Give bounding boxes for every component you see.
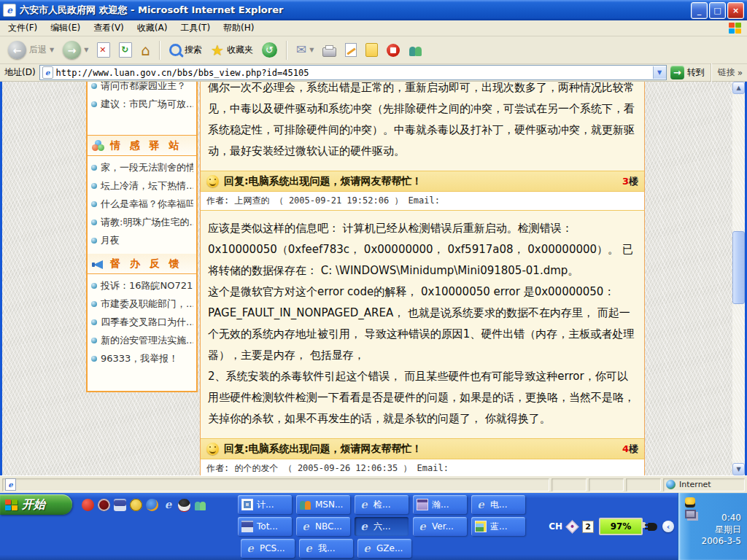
favorites-button[interactable]: ★ 收藏夹 xyxy=(209,42,255,59)
taskbar-window-button[interactable]: NBC... xyxy=(296,517,350,536)
sidebar-topic-link[interactable]: 市建委及职能部门，... xyxy=(91,295,193,313)
taskbar-button-icon xyxy=(358,499,370,510)
quick-launch-icon[interactable] xyxy=(178,499,190,511)
power-plug-icon[interactable] xyxy=(648,523,657,531)
network-tray-icon[interactable] xyxy=(685,510,696,518)
scroll-down-icon[interactable]: ▼ xyxy=(732,463,745,475)
search-button[interactable]: 搜索 xyxy=(167,42,204,58)
megaphone-icon xyxy=(92,259,104,269)
taskbar-button-icon xyxy=(300,499,311,510)
sidebar-topic-link[interactable]: 建议：市民广场可放... xyxy=(91,95,193,113)
sidebar-topic-link[interactable]: 请问市都蒙园业主？ xyxy=(91,82,193,95)
taskbar-window-button[interactable]: PCS... xyxy=(241,539,295,558)
bullet-icon xyxy=(91,238,97,244)
close-button[interactable]: × xyxy=(727,2,744,19)
maximize-button[interactable]: □ xyxy=(709,2,726,19)
menu-view[interactable]: 查看(V) xyxy=(87,20,131,36)
scroll-up-icon[interactable]: ▲ xyxy=(732,82,745,94)
sidebar-topic-link[interactable]: 坛上冷清，坛下热情... xyxy=(91,176,193,195)
messenger-button[interactable] xyxy=(406,43,425,58)
tray-badge-icon[interactable]: 2 xyxy=(582,521,594,533)
taskbar-button-icon xyxy=(244,542,256,554)
taskbar-row-1: 计... MSN... 检... 瀚... xyxy=(238,495,525,514)
clock-date: 2006-3-5 xyxy=(702,536,741,546)
taskbar-window-button[interactable]: 检... xyxy=(355,495,409,514)
address-field[interactable]: e ▼ xyxy=(39,65,667,80)
links-toolbar[interactable]: 链接 » xyxy=(718,66,743,79)
menu-help[interactable]: 帮助(H) xyxy=(217,20,260,36)
back-dropdown-icon[interactable]: ▼ xyxy=(50,47,54,53)
download-tool-button[interactable] xyxy=(384,42,402,58)
mail-button[interactable]: ✉▼ xyxy=(294,42,316,58)
colored-balls-icon xyxy=(92,140,104,151)
go-button[interactable]: → 转到 xyxy=(670,66,705,79)
taskbar-window-button[interactable]: 我... xyxy=(299,539,353,558)
quick-launch-icon[interactable] xyxy=(162,499,174,511)
forward-dropdown-icon[interactable]: ▼ xyxy=(84,47,88,53)
language-indicator[interactable]: CH xyxy=(549,521,562,532)
taskbar-window-button[interactable]: 蓝... xyxy=(471,517,525,536)
address-bar: 地址(D) e ▼ → 转到 链接 » xyxy=(0,64,747,82)
forward-button[interactable]: → ▼ xyxy=(61,39,90,61)
quick-launch-icon[interactable] xyxy=(114,499,126,511)
ie-browser-window: e 六安市人民政府网 欢迎您 - Microsoft Internet Expl… xyxy=(0,0,747,560)
sidebar-topic-link[interactable]: 月夜 xyxy=(91,231,193,249)
quick-launch-icon[interactable] xyxy=(82,499,94,511)
quick-launch-icon[interactable] xyxy=(98,499,110,511)
taskbar: 开始 xyxy=(0,493,747,560)
taskbar-window-button[interactable]: 瀚... xyxy=(413,495,467,514)
menu-file[interactable]: 文件(F) xyxy=(1,20,44,36)
taskbar-button-icon xyxy=(358,521,370,532)
sidebar-topic-link[interactable]: 新的治安管理法实施... xyxy=(91,331,193,349)
qq-tray-icon[interactable] xyxy=(685,497,695,508)
taskbar-window-button[interactable]: MSN... xyxy=(296,495,350,514)
stop-button[interactable] xyxy=(95,41,112,59)
start-button[interactable]: 开始 xyxy=(0,494,72,515)
sidebar-topic-link[interactable]: 投诉：16路皖NO7213... xyxy=(91,276,193,295)
menu-edit[interactable]: 编辑(E) xyxy=(44,20,87,36)
taskbar-window-button[interactable]: 计... xyxy=(238,495,292,514)
quick-launch-icon[interactable] xyxy=(194,499,206,511)
vertical-scrollbar[interactable]: ▲ ▼ xyxy=(732,82,745,475)
sidebar-topic-link[interactable]: 请教:明珠广场住宅的... xyxy=(91,213,193,231)
taskbar-window-button[interactable]: Tot... xyxy=(238,517,292,536)
sidebar-topic-link[interactable]: 家，一段无法割舍的情感 xyxy=(91,158,193,176)
bullet-icon xyxy=(91,101,97,107)
back-button[interactable]: ← 后退 ▼ xyxy=(6,39,56,61)
refresh-button[interactable] xyxy=(117,41,134,59)
print-button[interactable] xyxy=(320,42,338,58)
address-label: 地址(D) xyxy=(4,66,36,79)
taskbar-button-icon xyxy=(417,499,428,510)
reply-header-4: 回复:电脑系统出现问题，烦请网友帮帮忙！ 4楼 xyxy=(201,438,644,459)
home-button[interactable]: ⌂ xyxy=(139,42,152,59)
sidebar-section-emotion: 情 感 驿 站 xyxy=(88,136,196,156)
menu-tools[interactable]: 工具(T) xyxy=(174,20,217,36)
notepad-button[interactable] xyxy=(363,42,380,58)
hide-icons-chevron[interactable]: ‹ xyxy=(662,521,674,532)
taskbar-window-button[interactable]: GZe... xyxy=(357,539,411,558)
url-input[interactable] xyxy=(56,68,650,78)
taskbar-window-button[interactable]: Ver... xyxy=(413,517,467,536)
history-button[interactable]: ↺ xyxy=(260,41,279,59)
battery-indicator[interactable]: 97% xyxy=(599,518,643,535)
smiley-icon xyxy=(206,443,219,455)
sidebar-topic-link[interactable]: 什么是幸福？你幸福吗？ xyxy=(91,195,193,213)
minimize-button[interactable]: _ xyxy=(691,2,708,19)
menu-favorites[interactable]: 收藏(A) xyxy=(131,20,174,36)
taskbar-window-button[interactable]: 六... xyxy=(355,517,409,536)
sidebar-topic-link[interactable]: 四季春交叉路口为什... xyxy=(91,313,193,331)
forum-sidebar: 请问市都蒙园业主？ 建议：市民广场可放... 情 感 驿 站 xyxy=(86,82,198,392)
sidebar-topic-link[interactable]: 96333，我举报！ xyxy=(91,349,193,368)
window-title: 六安市人民政府网 欢迎您 - Microsoft Internet Explor… xyxy=(20,4,691,17)
edit-button[interactable] xyxy=(343,42,359,58)
stop-icon xyxy=(97,42,110,58)
quick-launch-icon[interactable] xyxy=(130,499,142,511)
windows-logo-icon xyxy=(729,23,741,34)
status-main-pane: e xyxy=(2,478,549,491)
ime-icon[interactable] xyxy=(565,520,578,533)
section-title: 督 办 反 馈 xyxy=(110,257,182,271)
quick-launch-icon[interactable] xyxy=(146,499,158,511)
scrollbar-thumb[interactable] xyxy=(732,231,745,304)
taskbar-window-button[interactable]: 电... xyxy=(471,495,525,514)
address-dropdown-icon[interactable]: ▼ xyxy=(653,66,666,79)
